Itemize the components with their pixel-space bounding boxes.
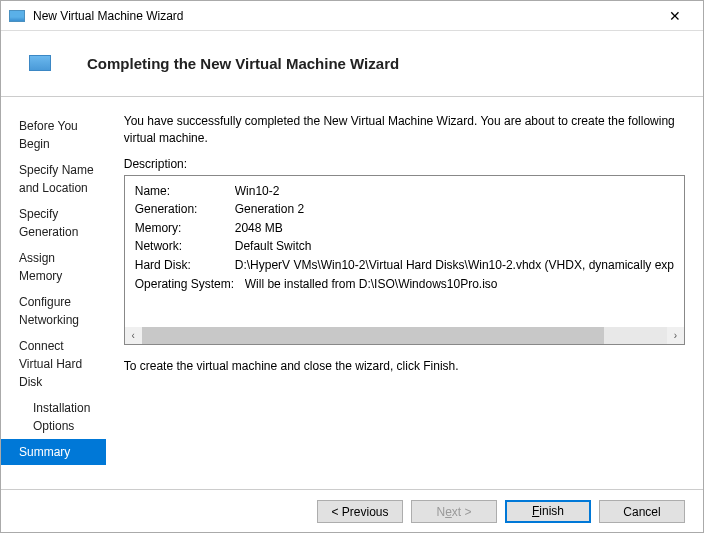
wizard-main-panel: You have successfully completed the New … bbox=[106, 97, 703, 489]
wizard-steps-sidebar: Before You Begin Specify Name and Locati… bbox=[1, 97, 106, 489]
step-installation-options[interactable]: Installation Options bbox=[1, 395, 106, 439]
close-button[interactable]: ✕ bbox=[655, 2, 695, 30]
summary-key: Generation: bbox=[135, 200, 235, 219]
step-summary[interactable]: Summary bbox=[1, 439, 106, 465]
window-title: New Virtual Machine Wizard bbox=[33, 9, 655, 23]
step-specify-name[interactable]: Specify Name and Location bbox=[1, 157, 106, 201]
summary-val: Default Switch bbox=[235, 237, 674, 256]
instruction-text: To create the virtual machine and close … bbox=[124, 359, 685, 373]
step-assign-memory[interactable]: Assign Memory bbox=[1, 245, 106, 289]
summary-row-name: Name: Win10-2 bbox=[135, 182, 674, 201]
summary-row-generation: Generation: Generation 2 bbox=[135, 200, 674, 219]
scroll-track[interactable] bbox=[142, 327, 667, 344]
wizard-header: Completing the New Virtual Machine Wizar… bbox=[1, 31, 703, 97]
previous-button[interactable]: < Previous bbox=[317, 500, 403, 523]
summary-key: Name: bbox=[135, 182, 235, 201]
titlebar: New Virtual Machine Wizard ✕ bbox=[1, 1, 703, 31]
horizontal-scrollbar[interactable]: ‹ › bbox=[125, 327, 684, 344]
step-before-you-begin[interactable]: Before You Begin bbox=[1, 113, 106, 157]
summary-row-os: Operating System: Will be installed from… bbox=[135, 275, 674, 294]
summary-key: Memory: bbox=[135, 219, 235, 238]
summary-val: Win10-2 bbox=[235, 182, 674, 201]
summary-key: Operating System: bbox=[135, 275, 245, 294]
next-button: Next > bbox=[411, 500, 497, 523]
summary-key: Hard Disk: bbox=[135, 256, 235, 275]
summary-row-memory: Memory: 2048 MB bbox=[135, 219, 674, 238]
step-connect-vhd[interactable]: Connect Virtual Hard Disk bbox=[1, 333, 106, 395]
description-box: Name: Win10-2 Generation: Generation 2 M… bbox=[124, 175, 685, 345]
intro-text: You have successfully completed the New … bbox=[124, 113, 685, 147]
description-label: Description: bbox=[124, 157, 685, 171]
summary-val: Generation 2 bbox=[235, 200, 674, 219]
description-content: Name: Win10-2 Generation: Generation 2 M… bbox=[125, 176, 684, 300]
finish-button[interactable]: Finish bbox=[505, 500, 591, 523]
summary-row-network: Network: Default Switch bbox=[135, 237, 674, 256]
wizard-footer: < Previous Next > Finish Cancel bbox=[1, 489, 703, 533]
summary-row-harddisk: Hard Disk: D:\HyperV VMs\Win10-2\Virtual… bbox=[135, 256, 674, 275]
wizard-icon bbox=[29, 55, 51, 71]
scroll-left-icon[interactable]: ‹ bbox=[125, 327, 142, 344]
wizard-body: Before You Begin Specify Name and Locati… bbox=[1, 97, 703, 489]
step-specify-generation[interactable]: Specify Generation bbox=[1, 201, 106, 245]
summary-key: Network: bbox=[135, 237, 235, 256]
summary-val: 2048 MB bbox=[235, 219, 674, 238]
cancel-button[interactable]: Cancel bbox=[599, 500, 685, 523]
scroll-right-icon[interactable]: › bbox=[667, 327, 684, 344]
app-icon bbox=[9, 10, 25, 22]
scroll-thumb[interactable] bbox=[142, 327, 604, 344]
summary-val: D:\HyperV VMs\Win10-2\Virtual Hard Disks… bbox=[235, 256, 674, 275]
summary-val: Will be installed from D:\ISO\Windows10P… bbox=[245, 275, 674, 294]
page-title: Completing the New Virtual Machine Wizar… bbox=[87, 55, 399, 72]
step-configure-networking[interactable]: Configure Networking bbox=[1, 289, 106, 333]
